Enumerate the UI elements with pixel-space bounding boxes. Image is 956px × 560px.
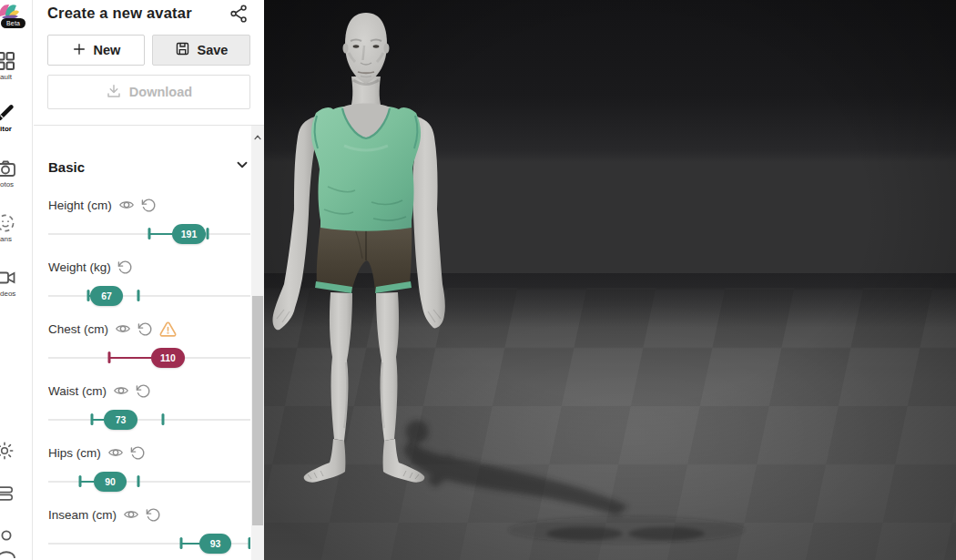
range-tick-right <box>137 475 140 487</box>
photos-camera-icon <box>0 158 16 183</box>
slider-label-row: Inseam (cm) <box>48 505 250 524</box>
slider-thumb[interactable]: 90 <box>94 472 127 492</box>
slider-thumb[interactable]: 67 <box>90 286 123 306</box>
slider-value: 90 <box>105 476 116 487</box>
slider-label: Height (cm) <box>48 199 112 212</box>
visibility-icon[interactable] <box>113 382 129 399</box>
left-nav-rail: Beta ault itor <box>0 0 33 560</box>
slider-track[interactable]: 191 <box>48 223 250 245</box>
sidebar-item-label: ans <box>0 235 12 243</box>
visibility-icon[interactable] <box>118 197 135 213</box>
new-button[interactable]: New <box>47 35 145 66</box>
brightness-icon <box>0 441 15 464</box>
reset-icon[interactable] <box>117 260 133 275</box>
slider-value: 67 <box>101 290 112 301</box>
slider-track[interactable]: 67 <box>48 285 250 307</box>
sidebar-item-label: deos <box>0 290 15 298</box>
slider-label: Inseam (cm) <box>48 508 117 522</box>
range-tick-right <box>207 228 209 239</box>
slider-track[interactable]: 93 <box>48 533 250 555</box>
section-basic[interactable]: Basic <box>48 156 250 178</box>
page-title: Create a new avatar <box>47 5 192 22</box>
slider-fill <box>181 543 199 545</box>
settings-scroll-area: Basic Height (cm) 191 <box>48 126 250 560</box>
section-title: Basic <box>48 159 85 175</box>
range-tick-left <box>108 351 111 363</box>
slider-track[interactable]: 73 <box>48 409 250 431</box>
avatar-control-panel: Create a new avatar New Save <box>34 0 264 560</box>
vault-grid-icon <box>0 50 16 76</box>
slider-label-row: Hips (cm) <box>48 443 250 462</box>
slider-label: Chest (cm) <box>48 322 108 336</box>
range-tick-left <box>148 228 151 239</box>
reset-icon[interactable] <box>137 321 153 337</box>
slider-label: Hips (cm) <box>48 446 101 460</box>
share-button[interactable] <box>229 4 249 24</box>
warning-icon <box>159 321 177 338</box>
slider-track[interactable]: 90 <box>48 471 250 493</box>
avatar-creator-app: Beta ault itor <box>0 0 956 560</box>
slider-value: 110 <box>160 352 176 363</box>
save-button[interactable]: Save <box>152 35 250 66</box>
visibility-icon[interactable] <box>107 444 124 461</box>
reset-icon[interactable] <box>136 383 151 399</box>
layers-icon <box>0 484 15 507</box>
avatar-model <box>264 0 464 492</box>
visibility-icon[interactable] <box>123 506 139 523</box>
slider-label-row: Waist (cm) <box>48 382 250 400</box>
save-button-label: Save <box>198 43 229 57</box>
slider-label: Waist (cm) <box>48 384 107 398</box>
range-tick-right <box>137 290 140 301</box>
new-button-label: New <box>94 43 121 57</box>
sidebar-item-label: ault <box>0 73 12 81</box>
sidebar-item-label: otos <box>0 180 14 188</box>
range-tick-left <box>91 413 94 425</box>
slider-group: Weight (kg) 67 <box>48 258 250 320</box>
slider-value: 73 <box>116 414 127 425</box>
slider-label: Weight (kg) <box>48 260 111 274</box>
slider-fill <box>92 419 104 421</box>
slider-group: Inseam (cm) 93 <box>48 505 250 560</box>
reset-icon[interactable] <box>146 507 161 523</box>
slider-label-row: Weight (kg) <box>48 258 250 276</box>
slider-group: Hips (cm) 90 <box>48 443 250 505</box>
visibility-icon[interactable] <box>115 321 131 337</box>
scans-face-icon <box>0 212 16 238</box>
slider-track-line <box>48 295 250 297</box>
slider-fill <box>80 481 94 483</box>
account-icon <box>0 527 18 560</box>
sliders: Height (cm) 191 Weight (kg) <box>48 196 250 560</box>
range-tick-right <box>249 537 251 549</box>
slider-group: Waist (cm) 73 <box>48 382 250 443</box>
slider-thumb[interactable]: 73 <box>104 410 137 430</box>
reset-icon[interactable] <box>141 198 157 213</box>
slider-value: 93 <box>210 538 221 549</box>
download-button-label: Download <box>129 85 192 99</box>
slider-value: 191 <box>181 229 198 239</box>
slider-thumb[interactable]: 93 <box>199 534 231 554</box>
plus-icon <box>72 42 86 59</box>
download-icon <box>106 83 122 102</box>
slider-track[interactable]: 110 <box>48 347 250 369</box>
slider-fill <box>109 357 151 359</box>
scroll-up-icon[interactable] <box>253 129 262 146</box>
range-tick-left <box>79 475 82 487</box>
slider-thumb[interactable]: 191 <box>172 224 206 244</box>
panel-scrollbar[interactable] <box>251 126 264 560</box>
slider-label-row: Height (cm) <box>48 196 250 214</box>
slider-track-line <box>48 419 250 421</box>
range-tick-left <box>180 537 183 549</box>
save-floppy-icon <box>175 41 190 59</box>
chevron-down-icon <box>234 157 250 177</box>
scrollbar-thumb[interactable] <box>252 296 263 525</box>
slider-label-row: Chest (cm) <box>48 320 250 338</box>
sidebar-item-label: itor <box>0 125 12 133</box>
slider-thumb[interactable]: 110 <box>151 348 185 368</box>
videos-camera-icon <box>0 267 16 292</box>
range-tick-right <box>162 413 165 425</box>
download-button[interactable]: Download <box>47 75 250 109</box>
beta-badge: Beta <box>1 18 25 28</box>
avatar-3d-viewport[interactable] <box>264 0 956 560</box>
reset-icon[interactable] <box>130 445 146 461</box>
slider-group: Chest (cm) 110 <box>48 320 250 382</box>
